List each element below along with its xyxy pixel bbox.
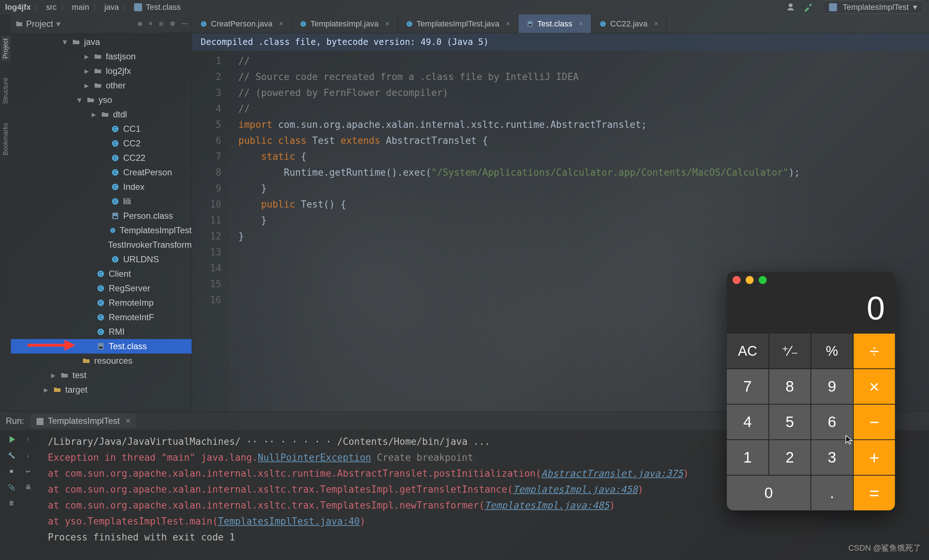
user-icon[interactable] bbox=[786, 3, 795, 12]
soft-wrap-icon[interactable]: ↩ bbox=[23, 465, 34, 477]
traffic-light-close[interactable] bbox=[733, 276, 740, 284]
svg-text:C: C bbox=[114, 257, 117, 262]
run-tab[interactable]: ▦ TemplatesImplTest × bbox=[31, 414, 136, 428]
expand-all-icon[interactable]: ≡ bbox=[149, 20, 152, 27]
wrench-icon[interactable]: 🔧 bbox=[6, 450, 17, 461]
tree-label: TemplatesImplTest bbox=[120, 223, 192, 238]
calc-key-%[interactable]: % bbox=[811, 334, 853, 369]
hide-icon[interactable]: — bbox=[181, 20, 187, 27]
calc-key-AC[interactable]: AC bbox=[727, 334, 768, 369]
calc-key-3[interactable]: 3 bbox=[811, 440, 853, 475]
attach-icon[interactable]: 📎 bbox=[6, 481, 17, 493]
breadcrumb-item[interactable]: src bbox=[46, 3, 57, 12]
tree-row[interactable]: CRemoteIntF bbox=[11, 310, 192, 324]
tree-row[interactable]: Clili bbox=[11, 194, 192, 209]
calc-key-×[interactable]: × bbox=[854, 369, 895, 404]
tool-tab-bookmarks[interactable]: Bookmarks bbox=[1, 121, 10, 158]
close-icon[interactable]: × bbox=[126, 416, 130, 426]
editor-tab[interactable]: CTemplatesImpl.java× bbox=[292, 14, 398, 33]
calc-key-8[interactable]: 8 bbox=[769, 369, 811, 404]
tree-row[interactable]: CCreatPerson bbox=[11, 165, 192, 180]
calc-key-⁺∕₋[interactable]: ⁺∕₋ bbox=[769, 334, 811, 369]
calc-key-6[interactable]: 6 bbox=[811, 405, 853, 439]
tree-row[interactable]: CURLDNS bbox=[11, 252, 192, 266]
calc-key-9[interactable]: 9 bbox=[811, 369, 853, 404]
tree-row[interactable]: ▾yso bbox=[11, 93, 192, 107]
tree-row[interactable]: CRemoteImp bbox=[11, 295, 192, 310]
tree-row[interactable]: ▸fastjson bbox=[11, 49, 192, 64]
chevron-icon: ▸ bbox=[83, 64, 90, 78]
tab-label: CreatPerson.java bbox=[211, 19, 273, 29]
run-config-selector[interactable]: TemplatesImplTest ▾ bbox=[822, 1, 924, 14]
trash-icon[interactable]: 🗑 bbox=[6, 497, 17, 509]
editor-tab[interactable]: CCreatPerson.java× bbox=[192, 14, 292, 33]
traffic-light-max[interactable] bbox=[759, 276, 767, 284]
tree-row[interactable]: ▸target bbox=[11, 383, 192, 397]
breadcrumb-item[interactable]: java bbox=[104, 3, 119, 12]
breadcrumb-item[interactable]: main bbox=[72, 3, 89, 12]
up-icon[interactable]: ↑ bbox=[23, 434, 34, 445]
line-gutter: 12345678910111213141516 bbox=[192, 51, 228, 412]
tree-label: TestInvokerTransform bbox=[108, 238, 192, 252]
tree-row[interactable]: ▸test bbox=[11, 368, 192, 383]
tree-row[interactable]: ▾java bbox=[11, 35, 192, 49]
calc-key-÷[interactable]: ÷ bbox=[854, 334, 895, 369]
calculator-titlebar[interactable] bbox=[727, 272, 895, 288]
calc-key-2[interactable]: 2 bbox=[769, 440, 811, 475]
stop-icon[interactable]: ■ bbox=[6, 465, 17, 477]
tree-row[interactable]: CCC2 bbox=[11, 136, 192, 151]
tree-label: URLDNS bbox=[123, 252, 159, 266]
tree-row[interactable]: CClient bbox=[11, 266, 192, 281]
tree-row[interactable]: Person.class bbox=[11, 209, 192, 223]
tree-row[interactable]: ▸log2jfx bbox=[11, 64, 192, 78]
calc-key-0[interactable]: 0 bbox=[727, 476, 811, 510]
dropdown-icon[interactable]: ▾ bbox=[56, 19, 60, 29]
traffic-light-min[interactable] bbox=[746, 276, 754, 284]
svg-text:C: C bbox=[114, 141, 117, 146]
editor-tab[interactable]: CTemplatesImplTest.java× bbox=[398, 14, 518, 33]
tree-row[interactable]: CTemplatesImplTest bbox=[11, 223, 192, 238]
tree-label: target bbox=[65, 383, 87, 397]
editor-tab[interactable]: CCC22.java× bbox=[591, 14, 666, 33]
tree-row[interactable]: CTestInvokerTransform bbox=[11, 238, 192, 252]
close-icon[interactable]: × bbox=[654, 20, 658, 28]
tree-row[interactable]: ▸dtdl bbox=[11, 107, 192, 122]
close-icon[interactable]: × bbox=[579, 20, 583, 28]
calculator-keypad: AC⁺∕₋%÷789×456−123+0.= bbox=[727, 334, 895, 510]
cls-icon: C bbox=[406, 20, 413, 28]
calc-key-.[interactable]: . bbox=[811, 476, 853, 510]
rerun-icon[interactable] bbox=[6, 434, 17, 445]
print-icon[interactable]: 🖶 bbox=[23, 481, 34, 493]
close-icon[interactable]: × bbox=[385, 20, 389, 28]
tree-label: yso bbox=[98, 93, 112, 107]
calc-key-7[interactable]: 7 bbox=[727, 369, 768, 404]
down-icon[interactable]: ↓ bbox=[23, 450, 34, 461]
tree-row[interactable]: resources bbox=[11, 353, 192, 368]
calc-key-5[interactable]: 5 bbox=[769, 405, 811, 439]
breadcrumb-item[interactable]: log4jfx bbox=[5, 3, 31, 12]
tool-tab-structure[interactable]: Structure bbox=[1, 75, 10, 106]
build-icon[interactable] bbox=[804, 3, 813, 12]
tree-row[interactable]: CRMI bbox=[11, 324, 192, 339]
tree-row[interactable]: CIndex bbox=[11, 180, 192, 194]
tree-row[interactable]: CCC1 bbox=[11, 122, 192, 136]
tree-row[interactable]: Test.class bbox=[11, 339, 192, 353]
tree-row[interactable]: CCC22 bbox=[11, 151, 192, 165]
calc-key-1[interactable]: 1 bbox=[727, 440, 768, 475]
close-icon[interactable]: × bbox=[279, 20, 284, 28]
calc-key-−[interactable]: − bbox=[854, 405, 895, 439]
editor-tab[interactable]: Test.class× bbox=[518, 14, 591, 33]
tree-row[interactable]: ▸other bbox=[11, 78, 192, 93]
project-tree[interactable]: ▾java▸fastjson▸log2jfx▸other▾yso▸dtdlCCC… bbox=[11, 33, 192, 412]
calc-key-=[interactable]: = bbox=[854, 476, 895, 510]
tool-tab-project[interactable]: Project bbox=[1, 36, 10, 61]
breadcrumb-item[interactable]: Test.class bbox=[146, 3, 181, 12]
calc-key-4[interactable]: 4 bbox=[727, 405, 768, 439]
tree-row[interactable]: CRegServer bbox=[11, 281, 192, 295]
collapse-all-icon[interactable]: ≣ bbox=[159, 20, 163, 27]
select-opened-file-icon[interactable]: ⊕ bbox=[138, 20, 143, 27]
close-icon[interactable]: × bbox=[506, 20, 510, 28]
settings-icon[interactable]: ⚙ bbox=[170, 20, 175, 27]
calc-key-+[interactable]: + bbox=[854, 440, 895, 475]
calculator-window[interactable]: 0 AC⁺∕₋%÷789×456−123+0.= bbox=[727, 272, 895, 510]
